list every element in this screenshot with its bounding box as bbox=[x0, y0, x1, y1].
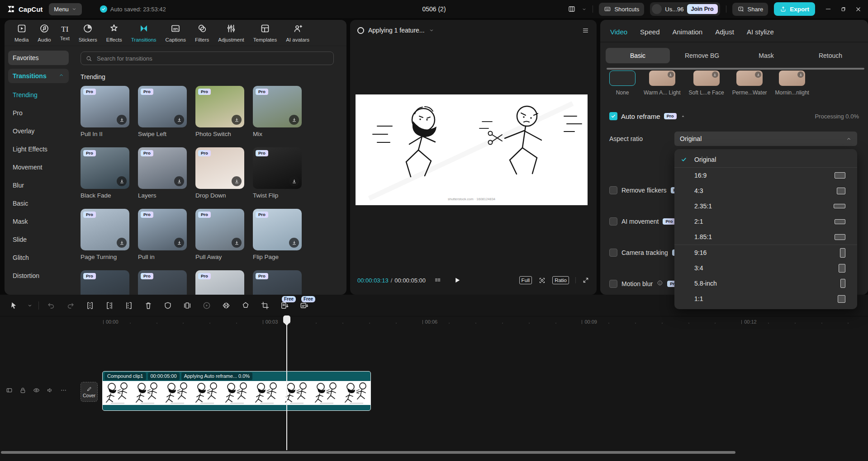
sidebar-group-transitions[interactable]: Transitions bbox=[8, 69, 69, 83]
info-icon[interactable] bbox=[657, 280, 663, 288]
extract-audio-button[interactable]: Free bbox=[278, 295, 291, 316]
join-pro-button[interactable]: Join Pro bbox=[687, 4, 718, 14]
minimize-icon[interactable] bbox=[825, 5, 832, 13]
transition-card-pull-in-ii[interactable]: ProPull In II bbox=[81, 86, 129, 137]
full-button[interactable]: Full bbox=[519, 276, 532, 284]
aspect-option-4-3[interactable]: 4:3 bbox=[674, 183, 857, 198]
download-icon[interactable] bbox=[712, 71, 718, 78]
speaker-icon[interactable] bbox=[46, 386, 54, 396]
checkbox-remove-flickers[interactable] bbox=[609, 186, 617, 194]
transition-card-layers[interactable]: ProLayers bbox=[138, 147, 187, 199]
aspect-option-1-1[interactable]: 1:1 bbox=[674, 291, 857, 306]
select-tool-more-button[interactable] bbox=[27, 295, 33, 316]
aspect-option-9-16[interactable]: 9:16 bbox=[674, 245, 857, 260]
aspect-option-16-9[interactable]: 16:9 bbox=[674, 167, 857, 183]
tab-audio[interactable]: Audio bbox=[33, 20, 55, 46]
checkbox-camera-tracking[interactable] bbox=[609, 249, 617, 257]
status-caret-icon[interactable] bbox=[429, 28, 434, 33]
user-chip[interactable]: Us...96 Join Pro bbox=[650, 2, 720, 16]
lock-icon[interactable] bbox=[19, 386, 27, 396]
transition-search[interactable] bbox=[81, 52, 334, 65]
preset-soft-l-e-face[interactable]: Soft L...e Face bbox=[689, 71, 724, 96]
download-icon[interactable] bbox=[668, 71, 674, 78]
transition-card-page-turning[interactable]: ProPage Turning bbox=[81, 209, 129, 260]
storyboard-icon[interactable] bbox=[434, 277, 441, 284]
play-button[interactable] bbox=[453, 276, 461, 284]
menu-button[interactable]: Menu bbox=[49, 3, 82, 15]
transition-card-black-fade[interactable]: ProBlack Fade bbox=[81, 147, 129, 199]
transition-card-partial-4[interactable]: Pro bbox=[253, 270, 302, 295]
auto-captions-button[interactable]: Free bbox=[297, 295, 311, 316]
auto-reframe-checkbox[interactable] bbox=[609, 112, 617, 120]
shortcuts-button[interactable]: Shortcuts bbox=[599, 3, 644, 16]
checkbox-motion-blur[interactable] bbox=[609, 280, 617, 288]
tab-captions[interactable]: Captions bbox=[161, 20, 190, 46]
download-icon[interactable] bbox=[755, 71, 761, 78]
mirror-button[interactable] bbox=[219, 295, 233, 316]
rotate-button[interactable] bbox=[239, 295, 252, 316]
download-icon[interactable] bbox=[117, 176, 127, 186]
aspect-ratio-select[interactable]: Original bbox=[674, 132, 857, 146]
close-icon[interactable] bbox=[855, 6, 862, 13]
sidebar-item-movement[interactable]: Movement bbox=[5, 158, 72, 176]
eye-icon[interactable] bbox=[33, 386, 40, 396]
playhead[interactable] bbox=[286, 317, 287, 450]
aspect-option-2-1[interactable]: 2:1 bbox=[674, 214, 857, 229]
transition-card-flip-page[interactable]: ProFlip Page bbox=[253, 209, 302, 260]
delete-left-button[interactable] bbox=[103, 295, 116, 316]
transition-card-partial-2[interactable]: Pro bbox=[138, 270, 187, 295]
download-icon[interactable] bbox=[289, 115, 299, 125]
checkbox-ai-movement[interactable] bbox=[609, 217, 617, 226]
aspect-option-2-35-1[interactable]: 2.35:1 bbox=[674, 198, 857, 214]
download-icon[interactable] bbox=[797, 71, 804, 78]
sidebar-item-trending[interactable]: Trending bbox=[5, 86, 72, 104]
ratio-button[interactable]: Ratio bbox=[552, 276, 569, 284]
download-icon[interactable] bbox=[174, 238, 184, 248]
download-icon[interactable] bbox=[232, 238, 242, 248]
split-button[interactable] bbox=[83, 295, 97, 316]
tab-video[interactable]: Video bbox=[610, 28, 627, 36]
transition-card-drop-down[interactable]: ProDrop Down bbox=[195, 147, 244, 199]
search-input[interactable] bbox=[96, 55, 329, 62]
tab-effects[interactable]: Effects bbox=[102, 20, 127, 46]
sidebar-item-slide[interactable]: Slide bbox=[5, 230, 72, 249]
export-button[interactable]: Export bbox=[774, 2, 815, 16]
sidebar-item-distortion[interactable]: Distortion bbox=[5, 267, 72, 285]
subtab-remove-bg[interactable]: Remove BG bbox=[670, 48, 734, 63]
mask-button[interactable] bbox=[161, 295, 175, 316]
tab-ai-stylize[interactable]: AI stylize bbox=[747, 28, 774, 36]
crop-button[interactable] bbox=[258, 295, 272, 316]
track-thumbnail-icon[interactable] bbox=[5, 386, 13, 396]
delete-right-button[interactable] bbox=[122, 295, 136, 316]
ellipsis-icon[interactable] bbox=[60, 386, 67, 396]
subtab-retouch[interactable]: Retouch bbox=[798, 48, 863, 63]
tab-filters[interactable]: Filters bbox=[190, 20, 213, 46]
tab-ai-avatars[interactable]: AI avatars bbox=[281, 20, 314, 46]
video-canvas[interactable]: shutterstock.com · 1608124834 bbox=[356, 94, 588, 205]
undo-button[interactable] bbox=[44, 295, 58, 316]
preset-scrollbar[interactable] bbox=[607, 68, 864, 70]
preset-mornin-nlight[interactable]: Mornin...nlight bbox=[775, 71, 809, 96]
restore-icon[interactable] bbox=[840, 6, 847, 13]
download-icon[interactable] bbox=[117, 238, 127, 248]
transition-card-photo-switch[interactable]: ProPhoto Switch bbox=[195, 86, 244, 137]
sidebar-item-pro[interactable]: Pro bbox=[5, 104, 72, 122]
sidebar-item-favorites[interactable]: Favorites bbox=[8, 51, 69, 65]
sidebar-item-mask[interactable]: Mask bbox=[5, 212, 72, 230]
subtab-basic[interactable]: Basic bbox=[606, 48, 670, 63]
share-button[interactable]: Share bbox=[732, 3, 768, 16]
sidebar-item-blur[interactable]: Blur bbox=[5, 176, 72, 194]
redo-button[interactable] bbox=[64, 295, 77, 316]
transition-card-pull-away[interactable]: ProPull Away bbox=[195, 209, 244, 260]
aspect-option-3-4[interactable]: 3:4 bbox=[674, 260, 857, 276]
transition-card-pull-in[interactable]: ProPull in bbox=[138, 209, 187, 260]
download-icon[interactable] bbox=[289, 176, 299, 186]
download-icon[interactable] bbox=[289, 238, 299, 248]
download-icon[interactable] bbox=[232, 176, 242, 186]
download-icon[interactable] bbox=[174, 115, 184, 125]
time-ruler[interactable]: 00:0000:0300:0600:0900:12 bbox=[0, 316, 868, 328]
tab-adjustment[interactable]: Adjustment bbox=[213, 20, 249, 46]
collapse-icon[interactable] bbox=[680, 113, 686, 119]
aspect-option-original[interactable]: Original bbox=[674, 152, 857, 167]
transition-card-partial-3[interactable]: Pro bbox=[195, 270, 244, 295]
